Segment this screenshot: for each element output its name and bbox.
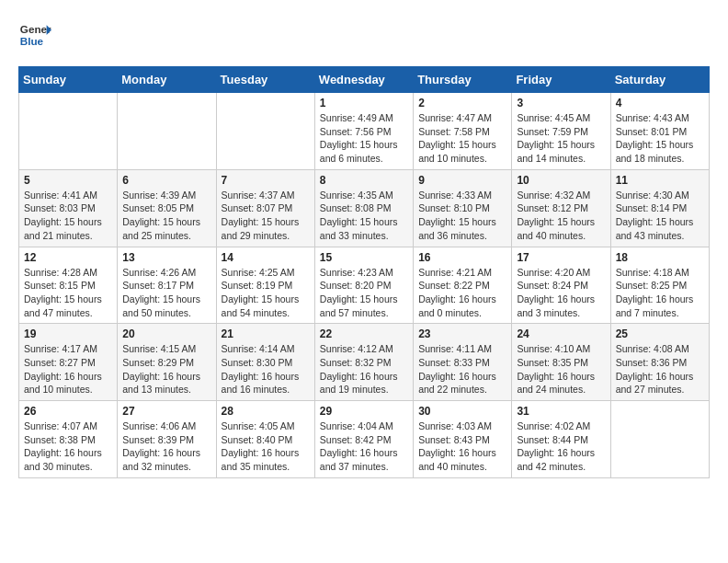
day-number: 26 bbox=[24, 405, 112, 418]
day-number: 20 bbox=[122, 327, 210, 340]
day-number: 17 bbox=[517, 251, 605, 264]
calendar-cell: 3Sunrise: 4:45 AM Sunset: 7:59 PM Daylig… bbox=[512, 93, 610, 170]
calendar-cell: 7Sunrise: 4:37 AM Sunset: 8:07 PM Daylig… bbox=[216, 169, 314, 247]
day-number: 19 bbox=[24, 327, 112, 340]
day-info: Sunrise: 4:30 AM Sunset: 8:14 PM Dayligh… bbox=[616, 189, 704, 243]
logo-icon: General Blue bbox=[18, 18, 51, 52]
day-of-week-header: Thursday bbox=[414, 67, 512, 93]
svg-text:Blue: Blue bbox=[20, 35, 44, 47]
calendar-cell: 2Sunrise: 4:47 AM Sunset: 7:58 PM Daylig… bbox=[414, 93, 512, 170]
logo: General Blue bbox=[18, 18, 51, 52]
day-of-week-header: Monday bbox=[118, 67, 216, 93]
calendar-cell: 27Sunrise: 4:06 AM Sunset: 8:39 PM Dayli… bbox=[118, 401, 216, 478]
day-number: 21 bbox=[222, 327, 310, 340]
day-info: Sunrise: 4:05 AM Sunset: 8:40 PM Dayligh… bbox=[222, 419, 310, 474]
day-info: Sunrise: 4:28 AM Sunset: 8:15 PM Dayligh… bbox=[24, 266, 112, 320]
calendar-cell: 12Sunrise: 4:28 AM Sunset: 8:15 PM Dayli… bbox=[19, 247, 118, 324]
day-number: 6 bbox=[122, 174, 210, 187]
day-of-week-header: Wednesday bbox=[314, 67, 413, 93]
day-number: 16 bbox=[418, 251, 506, 264]
day-info: Sunrise: 4:04 AM Sunset: 8:42 PM Dayligh… bbox=[320, 419, 408, 474]
day-number: 25 bbox=[616, 327, 704, 340]
calendar-cell: 14Sunrise: 4:25 AM Sunset: 8:19 PM Dayli… bbox=[216, 247, 314, 324]
calendar-cell: 22Sunrise: 4:12 AM Sunset: 8:32 PM Dayli… bbox=[314, 324, 413, 401]
day-number: 30 bbox=[418, 405, 506, 418]
day-number: 23 bbox=[418, 327, 506, 340]
day-info: Sunrise: 4:15 AM Sunset: 8:29 PM Dayligh… bbox=[122, 342, 210, 396]
day-number: 1 bbox=[320, 97, 408, 109]
calendar-cell: 5Sunrise: 4:41 AM Sunset: 8:03 PM Daylig… bbox=[19, 169, 118, 247]
calendar-cell: 16Sunrise: 4:21 AM Sunset: 8:22 PM Dayli… bbox=[414, 247, 512, 324]
day-number: 7 bbox=[222, 174, 310, 187]
calendar-cell: 19Sunrise: 4:17 AM Sunset: 8:27 PM Dayli… bbox=[19, 324, 118, 401]
calendar-week-row: 19Sunrise: 4:17 AM Sunset: 8:27 PM Dayli… bbox=[19, 324, 710, 401]
day-number: 11 bbox=[616, 174, 704, 187]
calendar-table: SundayMondayTuesdayWednesdayThursdayFrid… bbox=[18, 66, 710, 478]
calendar-cell: 1Sunrise: 4:49 AM Sunset: 7:56 PM Daylig… bbox=[314, 93, 413, 170]
calendar-cell: 23Sunrise: 4:11 AM Sunset: 8:33 PM Dayli… bbox=[414, 324, 512, 401]
calendar-cell: 25Sunrise: 4:08 AM Sunset: 8:36 PM Dayli… bbox=[610, 324, 709, 401]
day-info: Sunrise: 4:33 AM Sunset: 8:10 PM Dayligh… bbox=[418, 189, 506, 243]
day-info: Sunrise: 4:26 AM Sunset: 8:17 PM Dayligh… bbox=[122, 266, 210, 320]
day-number: 13 bbox=[122, 251, 210, 264]
day-number: 31 bbox=[517, 405, 605, 418]
calendar-cell: 21Sunrise: 4:14 AM Sunset: 8:30 PM Dayli… bbox=[216, 324, 314, 401]
day-info: Sunrise: 4:10 AM Sunset: 8:35 PM Dayligh… bbox=[517, 342, 605, 396]
day-number: 3 bbox=[517, 97, 605, 109]
calendar-week-row: 5Sunrise: 4:41 AM Sunset: 8:03 PM Daylig… bbox=[19, 169, 710, 247]
day-info: Sunrise: 4:43 AM Sunset: 8:01 PM Dayligh… bbox=[616, 111, 704, 166]
day-number: 28 bbox=[222, 405, 310, 418]
day-number: 9 bbox=[418, 174, 506, 187]
calendar-cell: 9Sunrise: 4:33 AM Sunset: 8:10 PM Daylig… bbox=[414, 169, 512, 247]
calendar-cell: 8Sunrise: 4:35 AM Sunset: 8:08 PM Daylig… bbox=[314, 169, 413, 247]
day-number: 8 bbox=[320, 174, 408, 187]
day-info: Sunrise: 4:21 AM Sunset: 8:22 PM Dayligh… bbox=[418, 266, 506, 320]
calendar-cell: 18Sunrise: 4:18 AM Sunset: 8:25 PM Dayli… bbox=[610, 247, 709, 324]
page-header: General Blue bbox=[18, 18, 710, 52]
calendar-cell: 15Sunrise: 4:23 AM Sunset: 8:20 PM Dayli… bbox=[314, 247, 413, 324]
day-info: Sunrise: 4:23 AM Sunset: 8:20 PM Dayligh… bbox=[320, 266, 408, 320]
day-number: 15 bbox=[320, 251, 408, 264]
day-number: 12 bbox=[24, 251, 112, 264]
day-number: 5 bbox=[24, 174, 112, 187]
calendar-header-row: SundayMondayTuesdayWednesdayThursdayFrid… bbox=[19, 67, 710, 93]
day-info: Sunrise: 4:45 AM Sunset: 7:59 PM Dayligh… bbox=[517, 111, 605, 166]
day-of-week-header: Sunday bbox=[19, 67, 118, 93]
day-number: 29 bbox=[320, 405, 408, 418]
calendar-cell bbox=[610, 401, 709, 478]
day-info: Sunrise: 4:14 AM Sunset: 8:30 PM Dayligh… bbox=[222, 342, 310, 396]
day-info: Sunrise: 4:20 AM Sunset: 8:24 PM Dayligh… bbox=[517, 266, 605, 320]
calendar-cell: 29Sunrise: 4:04 AM Sunset: 8:42 PM Dayli… bbox=[314, 401, 413, 478]
day-info: Sunrise: 4:07 AM Sunset: 8:38 PM Dayligh… bbox=[24, 419, 112, 474]
day-info: Sunrise: 4:02 AM Sunset: 8:44 PM Dayligh… bbox=[517, 419, 605, 474]
day-number: 2 bbox=[418, 97, 506, 109]
calendar-week-row: 1Sunrise: 4:49 AM Sunset: 7:56 PM Daylig… bbox=[19, 93, 710, 170]
calendar-cell: 26Sunrise: 4:07 AM Sunset: 8:38 PM Dayli… bbox=[19, 401, 118, 478]
day-info: Sunrise: 4:18 AM Sunset: 8:25 PM Dayligh… bbox=[616, 266, 704, 320]
day-of-week-header: Saturday bbox=[610, 67, 709, 93]
day-info: Sunrise: 4:41 AM Sunset: 8:03 PM Dayligh… bbox=[24, 189, 112, 243]
calendar-cell: 10Sunrise: 4:32 AM Sunset: 8:12 PM Dayli… bbox=[512, 169, 610, 247]
day-info: Sunrise: 4:06 AM Sunset: 8:39 PM Dayligh… bbox=[122, 419, 210, 474]
day-number: 22 bbox=[320, 327, 408, 340]
day-info: Sunrise: 4:17 AM Sunset: 8:27 PM Dayligh… bbox=[24, 342, 112, 396]
day-info: Sunrise: 4:25 AM Sunset: 8:19 PM Dayligh… bbox=[222, 266, 310, 320]
day-number: 24 bbox=[517, 327, 605, 340]
day-number: 10 bbox=[517, 174, 605, 187]
calendar-cell: 24Sunrise: 4:10 AM Sunset: 8:35 PM Dayli… bbox=[512, 324, 610, 401]
day-number: 14 bbox=[222, 251, 310, 264]
day-number: 4 bbox=[616, 97, 704, 109]
calendar-cell: 31Sunrise: 4:02 AM Sunset: 8:44 PM Dayli… bbox=[512, 401, 610, 478]
calendar-cell: 20Sunrise: 4:15 AM Sunset: 8:29 PM Dayli… bbox=[118, 324, 216, 401]
day-number: 27 bbox=[122, 405, 210, 418]
calendar-cell: 13Sunrise: 4:26 AM Sunset: 8:17 PM Dayli… bbox=[118, 247, 216, 324]
day-info: Sunrise: 4:08 AM Sunset: 8:36 PM Dayligh… bbox=[616, 342, 704, 396]
calendar-cell bbox=[118, 93, 216, 170]
day-of-week-header: Tuesday bbox=[216, 67, 314, 93]
calendar-week-row: 12Sunrise: 4:28 AM Sunset: 8:15 PM Dayli… bbox=[19, 247, 710, 324]
day-of-week-header: Friday bbox=[512, 67, 610, 93]
day-info: Sunrise: 4:37 AM Sunset: 8:07 PM Dayligh… bbox=[222, 189, 310, 243]
day-info: Sunrise: 4:39 AM Sunset: 8:05 PM Dayligh… bbox=[122, 189, 210, 243]
calendar-cell: 17Sunrise: 4:20 AM Sunset: 8:24 PM Dayli… bbox=[512, 247, 610, 324]
calendar-cell: 28Sunrise: 4:05 AM Sunset: 8:40 PM Dayli… bbox=[216, 401, 314, 478]
